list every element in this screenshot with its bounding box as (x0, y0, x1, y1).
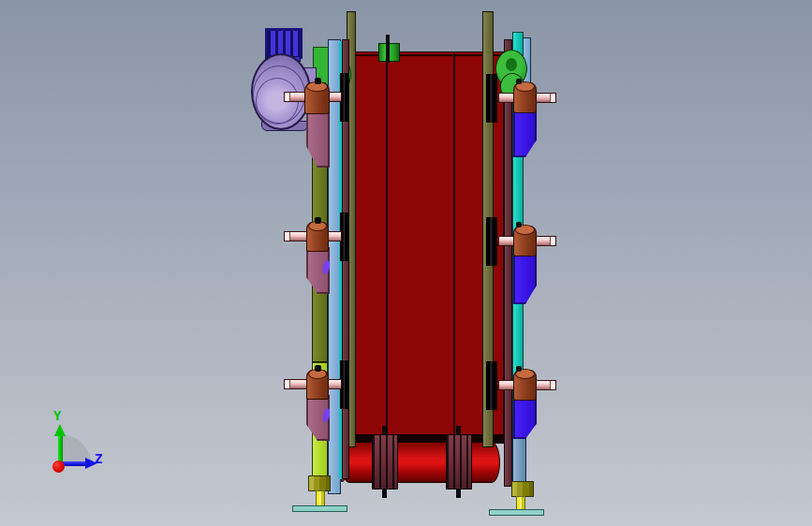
tension-bracket-right-bottom[interactable] (513, 396, 537, 439)
rod-bushing[interactable] (513, 226, 537, 256)
bushing-bolt (315, 365, 321, 372)
conveyor-belt[interactable] (335, 51, 504, 440)
shaft-flange (486, 74, 497, 123)
belt-seam-right (453, 52, 455, 438)
shaft-flange (486, 217, 497, 266)
tension-bracket-left-top[interactable] (306, 108, 330, 168)
bushing-bolt (315, 217, 321, 224)
leveling-nut-left[interactable] (308, 475, 331, 491)
return-roller[interactable] (341, 442, 500, 483)
tension-bracket-right-top[interactable] (513, 109, 537, 157)
foot-plate-left[interactable] (292, 505, 347, 512)
axis-z-label: Z (95, 452, 102, 465)
pulley-hub-right (506, 58, 517, 71)
shaft-flange (486, 361, 497, 410)
frame-strip-right[interactable] (504, 39, 512, 487)
axis-y-arrowhead (54, 424, 66, 436)
rod-bushing[interactable] (304, 82, 330, 114)
bushing-bolt (315, 78, 321, 84)
roller-coupling-right[interactable] (446, 434, 472, 489)
rod-bushing[interactable] (513, 370, 537, 401)
axis-y-label: Y (53, 409, 61, 422)
bushing-bolt (516, 366, 522, 372)
bushing-bolt (516, 79, 522, 84)
cad-viewport[interactable]: Y Z (0, 0, 812, 526)
foot-plate-right[interactable] (489, 509, 544, 516)
rod-bushing[interactable] (306, 222, 329, 252)
belt-seam-left (386, 52, 388, 438)
tension-bracket-right-middle[interactable] (513, 252, 537, 304)
roller-coupling-left[interactable] (372, 434, 398, 489)
bushing-bolt (516, 222, 522, 227)
sensor-pin (386, 35, 390, 63)
belt-top-edge (336, 54, 503, 56)
rod-bushing[interactable] (513, 82, 537, 113)
leveling-nut-right[interactable] (511, 481, 534, 497)
axis-z-shaft (62, 461, 86, 466)
rod-bushing[interactable] (306, 370, 329, 400)
axis-x-origin (52, 460, 65, 473)
